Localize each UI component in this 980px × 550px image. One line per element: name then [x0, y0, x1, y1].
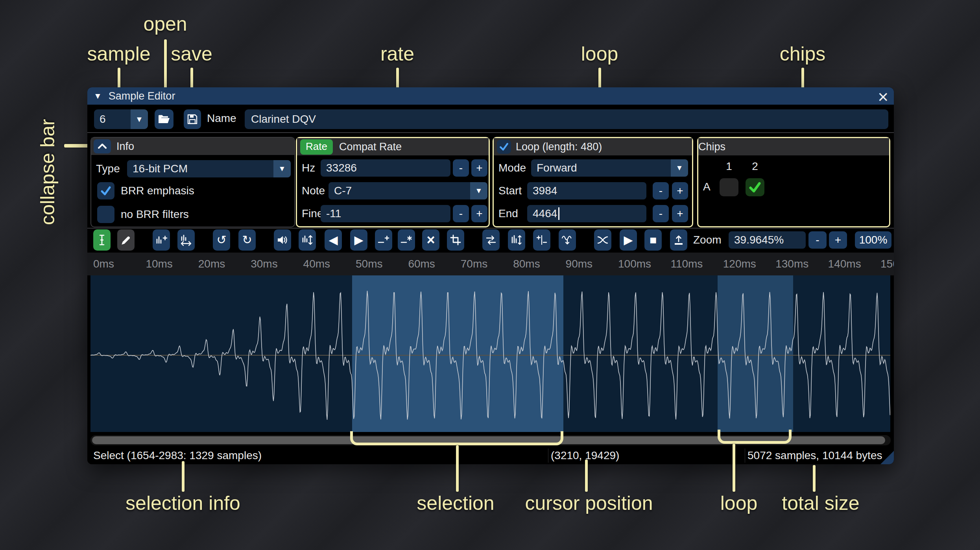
rate-mode-button[interactable]: Rate: [300, 139, 333, 155]
fine-input[interactable]: -11: [321, 205, 450, 222]
filter-wave-icon: [561, 234, 573, 246]
annotation-sample: sample: [87, 43, 150, 65]
loop-end-plus-button[interactable]: +: [672, 205, 688, 222]
open-sample-button[interactable]: [155, 109, 173, 129]
zoom-out-button[interactable]: -: [808, 231, 827, 249]
zoom-input[interactable]: 39.9645%: [729, 231, 806, 249]
note-dropdown[interactable]: C-7 ▼: [329, 182, 487, 199]
info-panel-title: Info: [116, 140, 134, 153]
mode-label: Mode: [498, 159, 526, 177]
chevron-down-icon[interactable]: ▼: [671, 159, 688, 177]
loop-start-minus-button[interactable]: -: [653, 182, 669, 199]
ruler-tick: 50ms: [356, 258, 382, 270]
apply-filter-button[interactable]: [559, 229, 576, 251]
ruler-tick: 80ms: [513, 258, 540, 270]
close-icon[interactable]: ×: [878, 87, 888, 107]
note-label: Note: [302, 182, 325, 199]
edit-mode-select-button[interactable]: [93, 229, 111, 251]
fade-out-button[interactable]: ▶: [350, 229, 367, 251]
no-brr-filters-checkbox[interactable]: [97, 206, 114, 223]
chevron-down-icon[interactable]: ▼: [131, 109, 148, 129]
ruler-tick: 140ms: [828, 258, 861, 270]
window-title-bar[interactable]: ▼ Sample Editor ×: [87, 87, 894, 105]
waveform-display[interactable]: [90, 275, 890, 432]
selection-region[interactable]: [352, 275, 563, 432]
signed-unsigned-button[interactable]: [533, 229, 550, 251]
annotation-selection-line: [456, 445, 459, 492]
loop-end-input[interactable]: 4464: [527, 205, 646, 222]
ruler-tick: 100ms: [618, 258, 651, 270]
apply-silence-button[interactable]: [398, 229, 415, 251]
reverse-button[interactable]: [482, 229, 500, 251]
ruler-tick: 130ms: [775, 258, 808, 270]
zoom-reset-button[interactable]: 100%: [855, 231, 891, 249]
annotation-chips: chips: [780, 43, 826, 65]
ruler-tick: 110ms: [670, 258, 703, 270]
chevron-up-icon: [97, 142, 107, 150]
fade-out-icon: ▶: [354, 234, 363, 246]
crop-icon: [450, 234, 461, 246]
chevron-down-icon[interactable]: ▼: [273, 160, 291, 177]
loop-mode-dropdown[interactable]: Forward ▼: [531, 159, 688, 177]
normalize-button[interactable]: [299, 229, 316, 251]
rate-panel-header: Rate Compat Rate: [297, 138, 489, 155]
floppy-disk-icon: [187, 114, 198, 125]
undo-button[interactable]: ↺: [213, 229, 230, 251]
trim-button[interactable]: [447, 229, 464, 251]
loop-start-input[interactable]: 3984: [527, 182, 646, 199]
loop-enable-checkbox[interactable]: [497, 140, 511, 154]
window-collapse-icon[interactable]: ▼: [94, 91, 102, 101]
hz-plus-button[interactable]: +: [471, 159, 487, 177]
apply-silence-icon: [400, 234, 413, 245]
annotation-selection-info: selection info: [125, 493, 240, 514]
save-sample-button[interactable]: [184, 109, 201, 129]
chip-row-label: A: [703, 178, 711, 196]
play-preview-button[interactable]: ▶: [620, 229, 637, 251]
loop-end-label: End: [498, 205, 518, 222]
invert-button[interactable]: [508, 229, 525, 251]
edit-mode-draw-button[interactable]: [117, 229, 135, 251]
fade-in-button[interactable]: ◀: [325, 229, 342, 251]
brr-emphasis-checkbox[interactable]: [97, 182, 114, 199]
text-caret: [558, 207, 559, 220]
window-resize-grip[interactable]: [880, 451, 894, 464]
type-dropdown[interactable]: 16-bit PCM ▼: [127, 160, 291, 177]
reverse-icon: [485, 234, 497, 246]
loop-mode-value: Forward: [531, 159, 671, 177]
chip-1-checkbox[interactable]: [720, 178, 738, 196]
chevron-down-icon[interactable]: ▼: [470, 182, 487, 199]
ruler-tick: 30ms: [251, 258, 277, 270]
fine-plus-button[interactable]: +: [471, 205, 487, 222]
ruler-tick: 40ms: [303, 258, 330, 270]
chip-2-checkbox[interactable]: [746, 178, 764, 196]
hz-input[interactable]: 33286: [321, 159, 450, 177]
amplify-button[interactable]: [274, 229, 291, 251]
sample-name-input[interactable]: Clarinet DQV: [245, 109, 888, 129]
undo-icon: ↺: [216, 234, 226, 246]
fine-minus-button[interactable]: -: [453, 205, 469, 222]
hz-minus-button[interactable]: -: [453, 159, 469, 177]
stop-preview-button[interactable]: ■: [644, 229, 662, 251]
sample-editor-window: ▼ Sample Editor × 6 ▼ Name Clarinet DQV: [87, 87, 894, 464]
name-label: Name: [207, 108, 236, 129]
resize-stretch-button[interactable]: [177, 229, 195, 251]
loop-start-plus-button[interactable]: +: [672, 182, 688, 199]
info-panel-header: Info: [91, 138, 294, 155]
chips-panel-header: Chips: [698, 138, 889, 155]
delete-button[interactable]: ×: [422, 229, 439, 251]
annotation-selection-bracket: [350, 431, 563, 445]
redo-button[interactable]: ↻: [238, 229, 256, 251]
upload-sample-button[interactable]: [670, 229, 687, 251]
zoom-in-button[interactable]: +: [829, 231, 847, 249]
loop-panel-header: Loop (length: 480): [494, 138, 692, 155]
resize-button[interactable]: [153, 229, 170, 251]
insert-silence-button[interactable]: [375, 229, 392, 251]
divider: [87, 228, 894, 229]
collapse-bar-button[interactable]: [94, 139, 111, 153]
timeline-ruler[interactable]: 0ms10ms20ms30ms40ms50ms60ms70ms80ms90ms1…: [87, 253, 894, 275]
delete-x-icon: ×: [426, 233, 435, 247]
loop-end-minus-button[interactable]: -: [653, 205, 669, 222]
annotation-selection-info-line: [182, 461, 185, 492]
sample-index-dropdown[interactable]: 6 ▼: [94, 109, 148, 129]
crossfade-button[interactable]: [594, 229, 611, 251]
